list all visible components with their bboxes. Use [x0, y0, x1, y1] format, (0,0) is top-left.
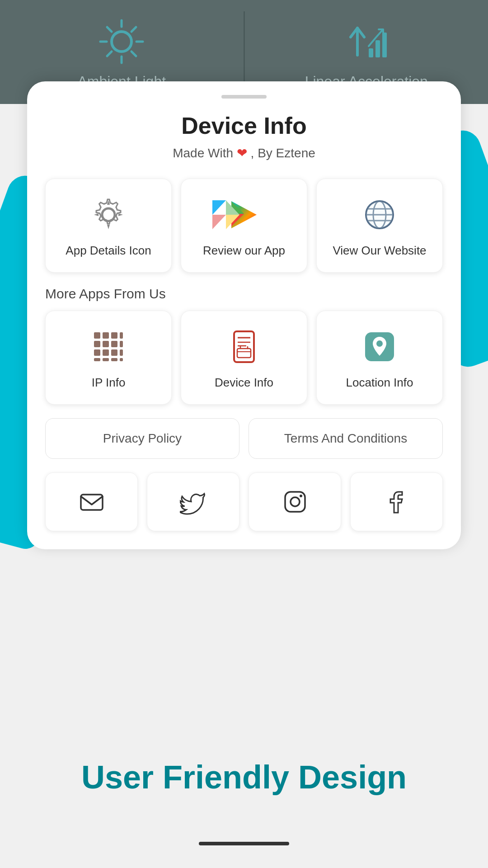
- device-info-label: Device Info: [215, 375, 273, 391]
- svg-rect-34: [103, 349, 109, 356]
- svg-rect-12: [382, 33, 387, 57]
- svg-rect-11: [375, 40, 380, 57]
- gear-icon: [88, 194, 129, 235]
- svg-rect-28: [120, 332, 123, 339]
- svg-rect-29: [94, 341, 100, 347]
- phone-home-bar: [199, 842, 289, 845]
- grid-icon: [88, 326, 129, 367]
- email-button[interactable]: [45, 472, 138, 531]
- heart-icon: ❤: [237, 146, 247, 160]
- social-row: [45, 472, 443, 531]
- svg-line-6: [131, 52, 136, 56]
- svg-rect-26: [103, 332, 109, 339]
- twitter-icon: [180, 488, 207, 515]
- ip-info-card[interactable]: IP Info: [45, 311, 172, 405]
- ip-info-label: IP Info: [92, 375, 126, 391]
- subtitle-suffix: , By Eztene: [251, 146, 315, 160]
- ambient-light-sensor: Ambient Light: [0, 14, 244, 90]
- svg-rect-39: [111, 358, 117, 361]
- svg-point-54: [300, 495, 302, 497]
- sheet-subtitle: Made With ❤ , By Eztene: [45, 146, 443, 160]
- svg-rect-30: [103, 341, 109, 347]
- terms-conditions-button[interactable]: Terms And Conditions: [249, 418, 443, 459]
- more-apps-label: More Apps From Us: [45, 286, 443, 302]
- svg-point-53: [291, 497, 300, 506]
- app-cards-row: IP Info Device Info: [45, 311, 443, 405]
- svg-rect-31: [111, 341, 117, 347]
- location-info-card[interactable]: Location Info: [316, 311, 443, 405]
- location-icon: [359, 326, 400, 367]
- svg-rect-36: [120, 349, 123, 356]
- svg-rect-40: [120, 358, 123, 361]
- view-website-label: View Our Website: [333, 243, 426, 259]
- facebook-button[interactable]: [350, 472, 443, 531]
- svg-line-8: [107, 52, 112, 56]
- svg-rect-37: [94, 358, 100, 361]
- svg-point-50: [376, 340, 383, 347]
- svg-rect-25: [94, 332, 100, 339]
- action-cards-row: App Details Icon: [45, 179, 443, 273]
- svg-point-0: [112, 32, 131, 52]
- svg-rect-27: [111, 332, 117, 339]
- privacy-policy-button[interactable]: Privacy Policy: [45, 418, 239, 459]
- instagram-button[interactable]: [249, 472, 341, 531]
- device-info-card[interactable]: Device Info: [181, 311, 307, 405]
- sheet-title: Device Info: [45, 112, 443, 139]
- tagline: User Friendly Design: [0, 759, 488, 796]
- play-store-icon: [224, 194, 264, 235]
- facebook-icon: [383, 488, 410, 515]
- linear-acceleration-sensor: Linear Acceleration: [245, 14, 488, 90]
- subtitle-prefix: Made With: [173, 146, 237, 160]
- svg-line-7: [131, 27, 136, 32]
- policy-row: Privacy Policy Terms And Conditions: [45, 418, 443, 459]
- view-website-card[interactable]: View Our Website: [316, 179, 443, 273]
- svg-point-24: [366, 202, 393, 228]
- ambient-light-icon: [94, 14, 149, 69]
- review-app-card[interactable]: Review our App: [181, 179, 307, 273]
- review-app-label: Review our App: [203, 243, 285, 259]
- svg-line-5: [107, 27, 112, 32]
- app-details-card[interactable]: App Details Icon: [45, 179, 172, 273]
- device-icon: [224, 326, 264, 367]
- drag-handle[interactable]: [221, 95, 267, 99]
- email-icon: [78, 488, 105, 515]
- linear-acceleration-icon: [339, 14, 394, 69]
- svg-rect-35: [111, 349, 117, 356]
- svg-rect-33: [94, 349, 100, 356]
- location-info-label: Location Info: [346, 375, 413, 391]
- app-details-label: App Details Icon: [66, 243, 151, 259]
- svg-rect-10: [369, 48, 373, 57]
- svg-rect-52: [285, 492, 305, 512]
- globe-icon: [359, 194, 400, 235]
- svg-rect-45: [237, 349, 251, 358]
- svg-rect-51: [81, 495, 103, 510]
- bottom-sheet: Device Info Made With ❤ , By Eztene App …: [27, 81, 461, 549]
- twitter-button[interactable]: [147, 472, 239, 531]
- instagram-icon: [282, 488, 309, 515]
- svg-rect-32: [120, 341, 123, 347]
- svg-rect-38: [103, 358, 109, 361]
